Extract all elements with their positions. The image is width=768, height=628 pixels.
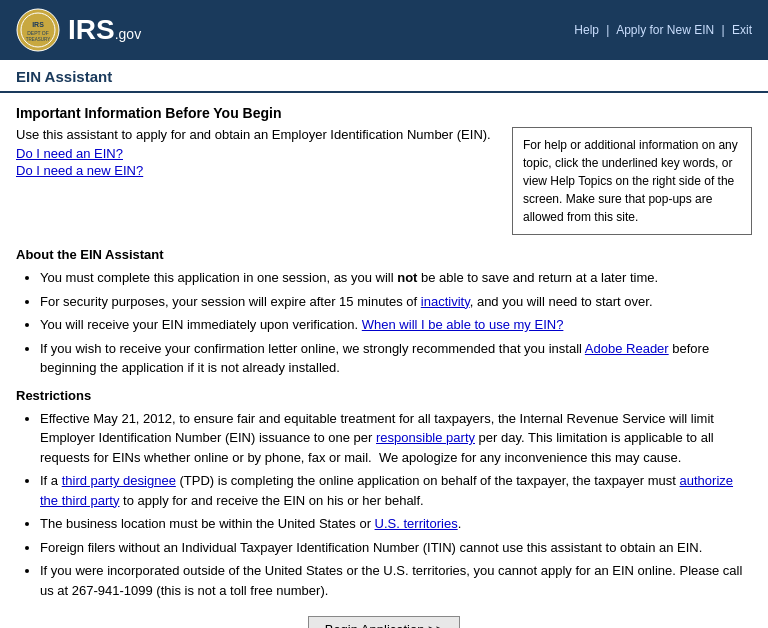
inactivity-link[interactable]: inactivity	[421, 294, 470, 309]
svg-text:TREASURY: TREASURY	[26, 37, 50, 42]
adobe-reader-link[interactable]: Adobe Reader	[585, 341, 669, 356]
irs-gov: .gov	[115, 26, 141, 42]
help-box: For help or additional information on an…	[512, 127, 752, 235]
list-item: For security purposes, your session will…	[40, 292, 752, 312]
irs-name: IRS	[68, 14, 115, 45]
help-box-text: For help or additional information on an…	[523, 138, 738, 224]
logo-area: IRS DEPT OF TREASURY IRS.gov	[16, 8, 141, 52]
restrictions-heading: Restrictions	[16, 388, 752, 403]
help-link[interactable]: Help	[574, 23, 599, 37]
begin-application-button[interactable]: Begin Application >>	[308, 616, 461, 628]
list-item: If you wish to receive your confirmation…	[40, 339, 752, 378]
top-section: Use this assistant to apply for and obta…	[16, 127, 752, 235]
header-nav: Help | Apply for New EIN | Exit	[574, 23, 752, 37]
do-i-need-new-ein-link[interactable]: Do I need a new EIN?	[16, 163, 496, 178]
main-content: Important Information Before You Begin U…	[0, 93, 768, 628]
restrictions-section: Restrictions Effective May 21, 2012, to …	[16, 388, 752, 601]
list-item: You must complete this application in on…	[40, 268, 752, 288]
apply-new-ein-link[interactable]: Apply for New EIN	[616, 23, 714, 37]
page-header: IRS DEPT OF TREASURY IRS.gov Help | Appl…	[0, 0, 768, 60]
list-item: The business location must be within the…	[40, 514, 752, 534]
about-bullets: You must complete this application in on…	[40, 268, 752, 378]
responsible-party-link[interactable]: responsible party	[376, 430, 475, 445]
begin-btn-area: Begin Application >>	[16, 616, 752, 628]
important-heading: Important Information Before You Begin	[16, 105, 752, 121]
exit-link[interactable]: Exit	[732, 23, 752, 37]
links-block: Do I need an EIN? Do I need a new EIN?	[16, 146, 496, 178]
when-use-ein-link[interactable]: When will I be able to use my EIN?	[362, 317, 564, 332]
svg-text:DEPT OF: DEPT OF	[27, 30, 49, 36]
list-item: If a third party designee (TPD) is compl…	[40, 471, 752, 510]
irs-seal-icon: IRS DEPT OF TREASURY	[16, 8, 60, 52]
list-item: Effective May 21, 2012, to ensure fair a…	[40, 409, 752, 468]
svg-text:IRS: IRS	[32, 21, 44, 28]
top-left: Use this assistant to apply for and obta…	[16, 127, 496, 235]
bold-not: not	[397, 270, 417, 285]
list-item: If you were incorporated outside of the …	[40, 561, 752, 600]
about-section: About the EIN Assistant You must complet…	[16, 247, 752, 378]
restrictions-bullets: Effective May 21, 2012, to ensure fair a…	[40, 409, 752, 601]
page-title: EIN Assistant	[16, 68, 752, 85]
page-title-bar: EIN Assistant	[0, 60, 768, 93]
irs-logo-text: IRS.gov	[68, 16, 141, 44]
about-heading: About the EIN Assistant	[16, 247, 752, 262]
list-item: Foreign filers without an Individual Tax…	[40, 538, 752, 558]
list-item: You will receive your EIN immediately up…	[40, 315, 752, 335]
third-party-designee-link[interactable]: third party designee	[62, 473, 176, 488]
do-i-need-ein-link[interactable]: Do I need an EIN?	[16, 146, 496, 161]
us-territories-link[interactable]: U.S. territories	[375, 516, 458, 531]
intro-text: Use this assistant to apply for and obta…	[16, 127, 496, 142]
